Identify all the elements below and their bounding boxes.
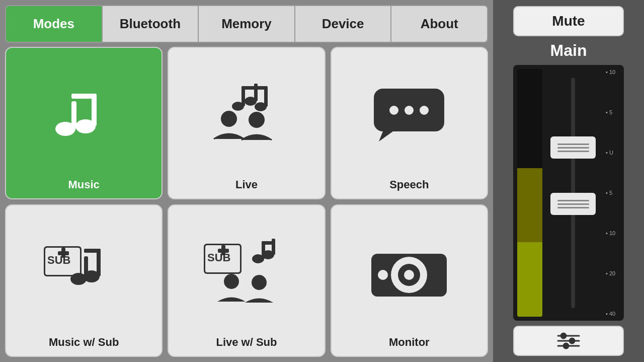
tab-about[interactable]: About <box>391 6 487 42</box>
svg-rect-23 <box>58 251 69 255</box>
svg-point-13 <box>249 112 265 128</box>
monitor-label: Monitor <box>389 336 430 351</box>
fader-handle-bottom[interactable] <box>550 193 596 215</box>
live-sub-label: Live w/ Sub <box>216 336 277 351</box>
fader-line-2 <box>557 147 589 149</box>
music-label: Music <box>68 178 99 193</box>
svg-point-50 <box>570 338 575 343</box>
svg-rect-11 <box>242 86 268 90</box>
main-label: Main <box>550 41 587 60</box>
svg-rect-28 <box>84 249 101 253</box>
live-sub-icon: SUB <box>201 239 292 304</box>
svg-point-10 <box>255 102 267 111</box>
fader-line-4 <box>557 200 589 201</box>
mute-button[interactable]: Mute <box>513 6 624 36</box>
svg-point-44 <box>404 270 414 280</box>
svg-point-45 <box>378 270 388 280</box>
right-panel: Mute Main • 10 • <box>493 0 644 362</box>
mode-music[interactable]: Music <box>5 47 163 199</box>
live-icon <box>206 84 287 144</box>
svg-point-27 <box>70 273 87 285</box>
svg-point-40 <box>252 275 267 290</box>
tab-bluetooth[interactable]: Bluetooth <box>103 6 199 42</box>
fader-line-5 <box>557 203 589 205</box>
svg-point-17 <box>405 106 414 115</box>
svg-point-16 <box>389 106 398 115</box>
scale-5-bottom: • 5 <box>606 190 612 196</box>
level-meter <box>517 69 542 317</box>
left-panel: Modes Bluetooth Memory Device About <box>0 0 493 362</box>
live-icon-area <box>174 53 319 174</box>
monitor-icon <box>369 244 449 299</box>
scale-marks: • 10 • 5 • U • 5 • 10 • 20 • 40 <box>604 65 624 321</box>
live-sub-icon-area: SUB <box>174 210 319 332</box>
svg-text:SUB: SUB <box>47 254 70 266</box>
music-icon <box>49 86 119 141</box>
fader-line-1 <box>557 143 589 145</box>
speech-label: Speech <box>389 178 429 193</box>
fader-track-area <box>542 65 604 321</box>
scale-u: • U <box>606 150 613 156</box>
fader-line-6 <box>557 207 589 208</box>
tab-bar: Modes Bluetooth Memory Device About <box>5 5 488 43</box>
sliders-icon <box>556 331 581 351</box>
tab-device[interactable]: Device <box>295 6 392 42</box>
speech-icon-area <box>337 53 482 174</box>
svg-rect-33 <box>218 249 229 253</box>
svg-point-1 <box>75 119 96 133</box>
fader-handle-top[interactable] <box>550 136 596 159</box>
svg-point-6 <box>232 102 244 111</box>
music-icon-area <box>11 53 156 174</box>
level-fill-bright <box>517 242 542 317</box>
fader-section: • 10 • 5 • U • 5 • 10 • 20 • 40 <box>513 65 624 321</box>
svg-point-37 <box>262 250 274 259</box>
mode-speech[interactable]: Speech <box>331 47 488 199</box>
music-sub-icon-area: SUB <box>11 210 156 332</box>
mode-live-sub[interactable]: SUB <box>168 204 325 357</box>
mode-live[interactable]: Live <box>168 47 325 199</box>
music-sub-label: Music w/ Sub <box>49 336 119 351</box>
settings-button[interactable] <box>513 326 624 356</box>
mode-monitor[interactable]: Monitor <box>331 204 488 357</box>
mode-grid: Music <box>5 47 488 357</box>
scale-10-top: • 10 <box>606 69 615 75</box>
music-sub-icon: SUB <box>41 239 127 304</box>
svg-point-8 <box>245 97 257 106</box>
tab-modes[interactable]: Modes <box>6 6 103 42</box>
mode-music-sub[interactable]: SUB Music w/ Sub <box>5 204 163 357</box>
svg-point-12 <box>221 111 237 127</box>
svg-point-18 <box>420 106 429 115</box>
tab-memory[interactable]: Memory <box>199 6 295 42</box>
scale-20: • 20 <box>606 270 615 276</box>
svg-text:SUB: SUB <box>207 251 230 264</box>
svg-point-3 <box>55 122 75 136</box>
scale-5-top: • 5 <box>606 109 612 115</box>
scale-40: • 40 <box>606 311 615 317</box>
svg-rect-4 <box>71 94 97 99</box>
monitor-icon-area <box>337 210 482 332</box>
svg-point-39 <box>224 274 239 289</box>
fader-line-3 <box>557 151 589 152</box>
speech-icon <box>369 84 449 144</box>
live-label: Live <box>235 178 258 193</box>
svg-point-51 <box>564 343 569 348</box>
svg-rect-38 <box>262 241 275 245</box>
svg-point-49 <box>561 333 566 338</box>
scale-10-bottom: • 10 <box>606 230 615 236</box>
